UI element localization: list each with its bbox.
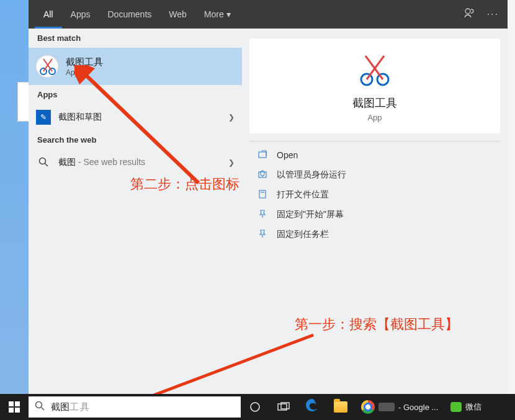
pin-icon [258,210,268,220]
tab-apps[interactable]: Apps [62,0,99,29]
action-open-location-label: 打开文件位置 [277,189,329,200]
chrome-icon [361,400,375,414]
tab-all[interactable]: All [35,0,62,29]
taskbar: 截图工具 - Google ... 微信 [0,394,515,420]
action-pin-start-label: 固定到"开始"屏幕 [277,209,344,220]
action-run-admin[interactable]: 以管理员身份运行 [242,165,508,185]
svg-rect-22 [15,408,20,413]
action-open[interactable]: Open [242,145,508,165]
action-open-location[interactable]: 打开文件位置 [242,185,508,205]
chevron-down-icon: ▾ [226,0,231,29]
svg-rect-21 [9,408,14,413]
web-result-term: 截图 [58,157,76,167]
search-results-right: 截图工具 App Open 以管理员身份运行 打开文件位置 [242,29,508,394]
chevron-right-icon: ❯ [228,113,235,122]
svg-rect-19 [9,401,14,406]
taskbar-wechat[interactable]: 微信 [444,401,488,413]
apps-header: Apps [29,85,242,104]
folder-icon [258,190,268,200]
apps-row-snip-sketch[interactable]: ✎ 截图和草图 ❯ [29,104,242,130]
search-web-header: Search the web [29,130,242,150]
search-results-body: Best match 截图工具 App Apps ✎ 截图和草图 ❯ Searc… [29,29,508,394]
chevron-right-icon: ❯ [228,158,235,167]
action-open-label: Open [277,150,298,160]
wechat-label: 微信 [465,401,481,413]
svg-line-6 [45,163,48,166]
snipping-tool-icon [36,55,58,78]
divider [249,141,500,141]
svg-line-9 [367,56,384,79]
taskbar-search-box[interactable]: 截图工具 [29,396,241,418]
preview-title: 截图工具 [352,96,397,110]
search-entered-text: 截图 [51,401,69,413]
tab-more-label: More [204,0,224,29]
tab-documents[interactable]: Documents [99,0,160,29]
best-match-sub: App [66,68,103,77]
wechat-icon [450,402,462,412]
folder-icon [334,401,347,413]
open-icon [258,150,268,161]
search-tab-bar: All Apps Documents Web More ▾ ··· [29,0,508,29]
pin-icon [258,230,268,240]
action-run-admin-label: 以管理员身份运行 [277,169,346,181]
snipping-tool-icon-large [353,53,396,88]
svg-line-24 [42,408,45,411]
snip-sketch-icon: ✎ [36,110,51,125]
best-match-title: 截图工具 [66,56,103,68]
svg-rect-20 [15,401,20,406]
taskbar-task-view[interactable] [269,394,298,420]
tab-more[interactable]: More ▾ [195,0,240,29]
preview-sub: App [367,113,382,122]
search-icon [35,401,45,413]
action-pin-start[interactable]: 固定到"开始"屏幕 [242,205,508,225]
search-results-left: Best match 截图工具 App Apps ✎ 截图和草图 ❯ Searc… [29,29,242,394]
taskbar-cortana[interactable] [241,394,269,420]
more-options-icon[interactable]: ··· [487,9,499,20]
best-match-header: Best match [29,29,242,48]
chrome-thumb [378,403,395,411]
action-pin-taskbar-label: 固定到任务栏 [277,229,329,240]
search-autocomplete-text: 工具 [69,401,91,413]
best-match-row[interactable]: 截图工具 App [29,48,242,85]
feedback-icon[interactable] [464,7,475,21]
svg-rect-11 [259,152,266,158]
svg-point-0 [465,9,470,14]
taskbar-edge[interactable] [298,394,326,420]
web-result-suffix: - See web results [76,157,145,167]
svg-line-10 [365,56,383,79]
desktop-background-strip [0,0,29,394]
start-button[interactable] [0,394,29,420]
tab-web[interactable]: Web [160,0,195,29]
edge-icon [305,398,319,416]
action-pin-taskbar[interactable]: 固定到任务栏 [242,225,508,244]
apps-row-label: 截图和草图 [58,112,102,123]
svg-rect-13 [259,190,266,198]
svg-point-23 [36,402,42,408]
web-result-row[interactable]: 截图 - See web results ❯ [29,150,242,176]
app-preview-card: 截图工具 App [249,38,500,133]
svg-point-5 [40,158,46,164]
shield-icon [258,170,268,181]
svg-point-25 [251,403,259,411]
taskbar-explorer[interactable] [326,394,355,420]
search-icon [36,157,51,169]
chrome-label: - Google ... [398,403,438,412]
taskbar-chrome[interactable]: - Google ... [355,400,444,414]
